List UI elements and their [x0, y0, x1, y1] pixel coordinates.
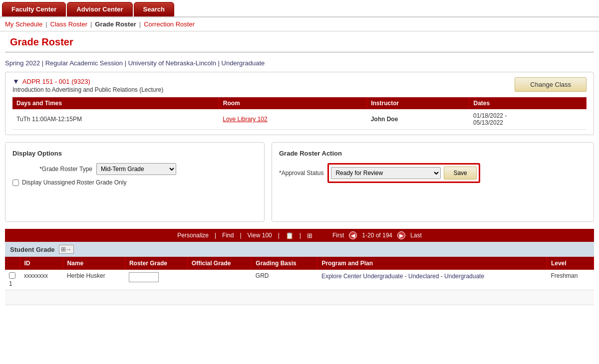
class-info-box: ▼ ADPR 151 - 001 (9323) Introduction to …: [5, 72, 594, 135]
tab-advisor-center[interactable]: Advisor Center: [67, 2, 132, 16]
approval-status-row: *Approval Status Ready for Review Approv…: [279, 163, 587, 183]
subnav-grade-roster-active: Grade Roster: [95, 20, 136, 28]
page-title: Grade Roster: [5, 31, 594, 52]
row-checkbox-cell: 1: [5, 270, 20, 290]
toolbar-find[interactable]: Find: [222, 232, 234, 239]
top-nav: Faculty Center Advisor Center Search: [0, 0, 599, 17]
pagination-text: 1-20 of 194: [362, 232, 392, 239]
student-grade-table: ID Name Roster Grade Official Grade Grad…: [5, 257, 594, 305]
student-grade-header: Student Grade ⊞→: [5, 242, 594, 257]
col-header-dates: Dates: [469, 97, 587, 109]
col-header-room: Room: [219, 97, 366, 109]
session-info: Spring 2022 | Regular Academic Session |…: [0, 57, 599, 72]
display-options-panel: Display Options *Grade Roster Type Mid-T…: [5, 142, 265, 222]
col-header-days-times: Days and Times: [12, 97, 219, 109]
toolbar-icon-spreadsheet[interactable]: 📋: [286, 232, 294, 239]
unassigned-checkbox[interactable]: [12, 180, 19, 186]
first-label: First: [332, 232, 344, 239]
display-options-title: Display Options: [12, 150, 257, 157]
class-link[interactable]: ADPR 151 - 001 (9323): [22, 78, 90, 85]
empty-row: [5, 290, 594, 305]
room-link[interactable]: Love Library 102: [223, 116, 267, 123]
col-select: [5, 257, 20, 270]
approval-highlight-box: Ready for Review Approved Not Reviewed S…: [327, 163, 480, 183]
roster-grade[interactable]: [125, 270, 187, 290]
toolbar-icon-grid[interactable]: ⊞: [307, 232, 312, 239]
grade-roster-type-select[interactable]: Mid-Term Grade Final Grade: [96, 163, 176, 175]
schedule-row: TuTh 11:00AM-12:15PM Love Library 102 Jo…: [12, 109, 587, 130]
panels-row: Display Options *Grade Roster Type Mid-T…: [5, 142, 594, 222]
unassigned-checkbox-row: Display Unassigned Roster Grade Only: [12, 179, 257, 186]
col-grading-basis: Grading Basis: [252, 257, 317, 270]
schedule-days-times: TuTh 11:00AM-12:15PM: [12, 109, 219, 130]
student-grade-label: Student Grade: [10, 246, 55, 253]
schedule-instructor: John Doe: [367, 109, 469, 130]
approval-status-label: *Approval Status: [279, 170, 323, 177]
col-program-plan: Program and Plan: [317, 257, 547, 270]
class-description: Introduction to Advertising and Public R…: [12, 86, 163, 93]
student-name: Herbie Husker: [63, 270, 125, 290]
col-official-grade: Official Grade: [187, 257, 252, 270]
toolbar-view100[interactable]: View 100: [248, 232, 272, 239]
tab-faculty-center[interactable]: Faculty Center: [2, 2, 66, 16]
subnav-my-schedule[interactable]: My Schedule: [5, 20, 42, 28]
row-checkbox[interactable]: [9, 272, 15, 279]
level: Freshman: [547, 270, 594, 290]
program-and-plan: Explore Center Undergraduate - Undeclare…: [317, 270, 547, 290]
grade-roster-action-title: Grade Roster Action: [279, 150, 587, 157]
col-name: Name: [63, 257, 125, 270]
table-row: 1 xxxxxxxx Herbie Husker GRD Explore Cen…: [5, 270, 594, 290]
col-roster-grade: Roster Grade: [125, 257, 187, 270]
toolbar-personalize[interactable]: Personalize: [177, 232, 209, 239]
grade-table-container: Personalize | Find | View 100 | 📋 | ⊞ Fi…: [5, 229, 594, 305]
expand-icon[interactable]: ⊞→: [59, 245, 74, 254]
subnav-correction-roster[interactable]: Correction Roster: [144, 20, 195, 28]
approval-status-select[interactable]: Ready for Review Approved Not Reviewed: [331, 167, 441, 179]
class-info-left: ▼ ADPR 151 - 001 (9323) Introduction to …: [12, 77, 163, 93]
separator-3: |: [139, 20, 141, 28]
change-class-button[interactable]: Change Class: [515, 77, 587, 92]
save-button[interactable]: Save: [444, 167, 476, 180]
last-label: Last: [410, 232, 422, 239]
table-row-empty: [5, 290, 594, 305]
separator-1: |: [45, 20, 47, 28]
subnav-class-roster[interactable]: Class Roster: [50, 20, 87, 28]
schedule-room: Love Library 102: [219, 109, 366, 130]
dropdown-arrow-icon: ▼: [12, 77, 19, 85]
grade-roster-action-panel: Grade Roster Action *Approval Status Rea…: [272, 142, 594, 222]
schedule-table: Days and Times Room Instructor Dates TuT…: [12, 97, 587, 130]
sub-nav: My Schedule | Class Roster | Grade Roste…: [0, 17, 599, 31]
row-number: 1: [9, 280, 12, 287]
col-id: ID: [20, 257, 63, 270]
col-level: Level: [547, 257, 594, 270]
prev-page-arrow[interactable]: ◀: [349, 231, 357, 239]
next-page-arrow[interactable]: ▶: [397, 231, 405, 239]
official-grade: [187, 270, 252, 290]
roster-grade-input[interactable]: [129, 272, 159, 282]
schedule-dates: 01/18/2022 -05/13/2022: [469, 109, 587, 130]
grading-basis: GRD: [252, 270, 317, 290]
grade-toolbar: Personalize | Find | View 100 | 📋 | ⊞ Fi…: [5, 229, 594, 242]
grade-roster-type-label: *Grade Roster Type: [12, 166, 92, 173]
col-header-instructor: Instructor: [367, 97, 469, 109]
unassigned-label: Display Unassigned Roster Grade Only: [22, 179, 126, 186]
separator-2: |: [90, 20, 92, 28]
class-info-top: ▼ ADPR 151 - 001 (9323) Introduction to …: [12, 77, 587, 93]
grade-roster-type-row: *Grade Roster Type Mid-Term Grade Final …: [12, 163, 257, 175]
tab-search[interactable]: Search: [134, 2, 174, 16]
student-id: xxxxxxxx: [20, 270, 63, 290]
